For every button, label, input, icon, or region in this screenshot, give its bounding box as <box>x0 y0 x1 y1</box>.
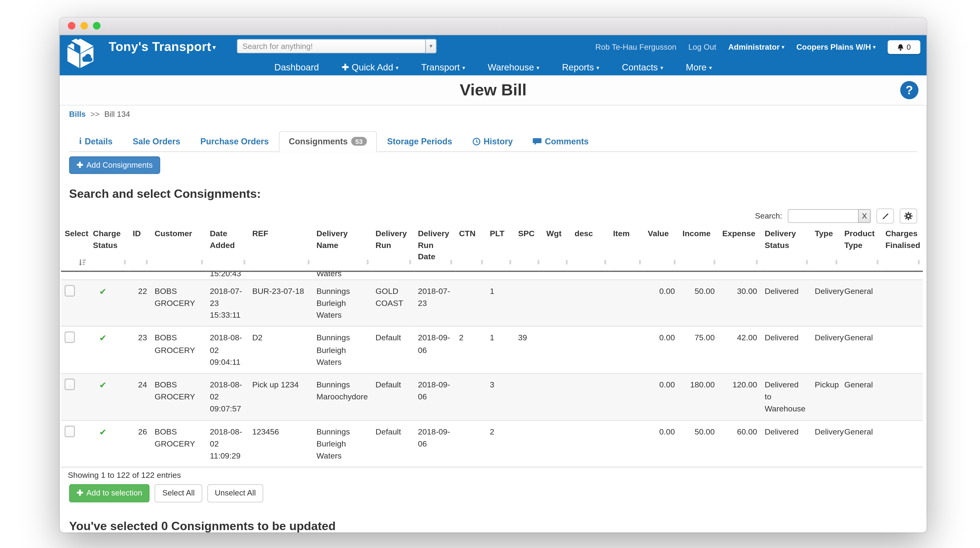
breadcrumb-bills-link[interactable]: Bills <box>69 110 86 119</box>
menu-item-transport[interactable]: Transport▾ <box>421 62 465 72</box>
row-checkbox[interactable] <box>65 379 75 390</box>
cell-customer: BOBS GROCERY <box>151 280 206 327</box>
cell-product_type: General <box>840 280 881 327</box>
help-button[interactable]: ? <box>900 81 918 99</box>
tab-consignments[interactable]: Consignments53 <box>279 131 377 152</box>
tab-comments[interactable]: Comments <box>523 131 598 152</box>
add-consignments-button[interactable]: ✚Add Consignments <box>69 156 160 174</box>
column-header-date_added[interactable]: Date Added▲▼ <box>206 225 248 271</box>
table-settings-button[interactable] <box>900 209 917 224</box>
column-header-income[interactable]: Income▲▼ <box>679 225 719 271</box>
column-header-delivery_run_date[interactable]: Delivery Run Date▲▼ <box>414 225 455 271</box>
table-row: ✔22BOBS GROCERY2018-07-23 15:33:11BUR-23… <box>61 280 923 327</box>
menu-item-reports[interactable]: Reports▾ <box>562 62 599 72</box>
column-header-charges_finalised[interactable]: Charges Finalised▲▼ <box>881 225 923 271</box>
warehouse-menu[interactable]: Coopers Plains W/H▾ <box>797 43 876 51</box>
cell-income: 50.00 <box>679 420 719 467</box>
table-search-input[interactable] <box>788 210 858 223</box>
cell-delivery_name: Bunnings Burleigh Waters <box>313 420 372 467</box>
charge-status-check-icon: ✔ <box>99 332 107 345</box>
cell-ref: BUR-23-07-18 <box>248 280 313 327</box>
row-checkbox[interactable] <box>65 332 75 343</box>
consignments-table-viewport[interactable]: SelectCharge Status▲▼ID▲▼Customer▲▼Date … <box>61 225 925 469</box>
cell-id: 24 <box>129 373 151 420</box>
role-menu[interactable]: Administrator▾ <box>728 43 784 51</box>
menu-item-more[interactable]: More▾ <box>686 62 712 72</box>
column-header-ctn[interactable]: CTN▲▼ <box>455 225 486 271</box>
sort-arrows-icon: ▲▼ <box>508 259 512 265</box>
column-header-type[interactable]: Type▲▼ <box>811 225 840 271</box>
column-header-desc[interactable]: desc▲▼ <box>571 225 609 271</box>
close-window-icon[interactable] <box>68 22 75 29</box>
column-header-value[interactable]: Value▲▼ <box>644 225 679 271</box>
cell-income: 180.00 <box>679 373 719 420</box>
user-name[interactable]: Rob Te-Hau Fergusson <box>595 43 676 51</box>
chevron-down-icon: ▾ <box>782 44 784 51</box>
brand-menu[interactable]: Tony's Transport▾ <box>108 40 216 54</box>
search-scope-dropdown[interactable]: ▼ <box>425 39 436 53</box>
notifications-button[interactable]: 0 <box>888 40 920 54</box>
zoom-window-icon[interactable] <box>93 22 100 29</box>
chevron-down-icon: ▾ <box>213 43 216 51</box>
column-header-expense[interactable]: Expense▲▼ <box>719 225 761 271</box>
cell-ref: Wave Pick Customer 2 <box>248 467 313 469</box>
tab-details[interactable]: iDetails <box>69 131 123 152</box>
sort-arrows-icon: ▲▼ <box>408 259 412 265</box>
sort-arrows-icon: ▲▼ <box>603 259 608 265</box>
column-header-wgt[interactable]: Wgt▲▼ <box>542 225 571 271</box>
column-header-product_type[interactable]: Product Type▲▼ <box>840 225 881 271</box>
cell-income: 82.00 <box>679 467 719 469</box>
global-search: ▼ <box>237 39 436 53</box>
minimize-window-icon[interactable] <box>80 22 88 29</box>
tab-bar: iDetails Sale Orders Purchase Orders Con… <box>69 131 917 152</box>
row-checkbox[interactable] <box>65 426 75 437</box>
column-header-ref[interactable]: REF▲▼ <box>248 225 313 271</box>
sort-arrows-icon: ▲▼ <box>565 259 569 265</box>
cell-ctn <box>455 280 486 327</box>
cell-spc: 39 <box>514 327 542 373</box>
cell-id: 30 <box>129 467 151 469</box>
column-header-plt[interactable]: PLT▲▼ <box>486 225 514 271</box>
cell-date_added: 2018-08-02 11:09:29 <box>206 420 248 467</box>
select-all-button[interactable]: Select All <box>155 484 202 502</box>
menu-item-dashboard[interactable]: Dashboard <box>274 62 319 72</box>
menu-item-warehouse[interactable]: Warehouse▾ <box>488 62 539 72</box>
cell-wgt <box>542 373 571 420</box>
column-header-spc[interactable]: SPC▲▼ <box>514 225 542 271</box>
row-checkbox[interactable] <box>65 285 75 296</box>
menu-item-quick-add[interactable]: ✚Quick Add▾ <box>342 62 399 72</box>
global-search-input[interactable] <box>237 39 425 53</box>
cell-ref: D2 <box>248 327 313 373</box>
column-header-item[interactable]: Item▲▼ <box>609 225 644 271</box>
column-header-delivery_status[interactable]: Delivery Status▲▼ <box>761 225 811 271</box>
breadcrumb-separator: >> <box>91 110 100 119</box>
column-header-select[interactable]: Select <box>61 225 89 271</box>
column-header-charge_status[interactable]: Charge Status▲▼ <box>89 225 129 271</box>
add-to-selection-button[interactable]: ✚Add to selection <box>69 484 150 502</box>
column-header-id[interactable]: ID▲▼ <box>129 225 151 271</box>
tab-storage-periods[interactable]: Storage Periods <box>377 131 462 152</box>
sort-arrows-icon: ▲▼ <box>536 259 541 265</box>
column-header-customer[interactable]: Customer▲▼ <box>151 225 206 271</box>
column-header-label: Delivery Run <box>375 229 407 249</box>
chevron-down-icon: ▾ <box>873 44 876 51</box>
tab-purchase-orders[interactable]: Purchase Orders <box>190 131 279 152</box>
cell-date_added: 2018-08-02 09:04:11 <box>206 327 248 373</box>
cell-charges_finalised <box>881 280 923 327</box>
column-header-delivery_name[interactable]: Delivery Name▲▼ <box>313 225 372 271</box>
menu-item-contacts[interactable]: Contacts▾ <box>622 62 663 72</box>
cell-value: 0.00 <box>644 373 679 420</box>
tab-sale-orders[interactable]: Sale Orders <box>123 131 190 152</box>
column-header-delivery_run[interactable]: Delivery Run▲▼ <box>372 225 414 271</box>
unselect-all-button[interactable]: Unselect All <box>207 484 263 502</box>
sort-arrows-icon: ▲▼ <box>916 259 921 265</box>
logout-link[interactable]: Log Out <box>688 43 716 51</box>
sort-arrows-icon: ▲▼ <box>366 259 370 265</box>
expand-table-button[interactable] <box>877 209 894 224</box>
column-header-label: PLT <box>490 229 504 238</box>
tab-history[interactable]: History <box>462 131 523 152</box>
column-header-label: SPC <box>518 229 535 238</box>
cell-value: 0.00 <box>644 420 679 467</box>
clear-search-button[interactable]: X <box>858 210 871 223</box>
column-header-label: Item <box>613 229 630 238</box>
